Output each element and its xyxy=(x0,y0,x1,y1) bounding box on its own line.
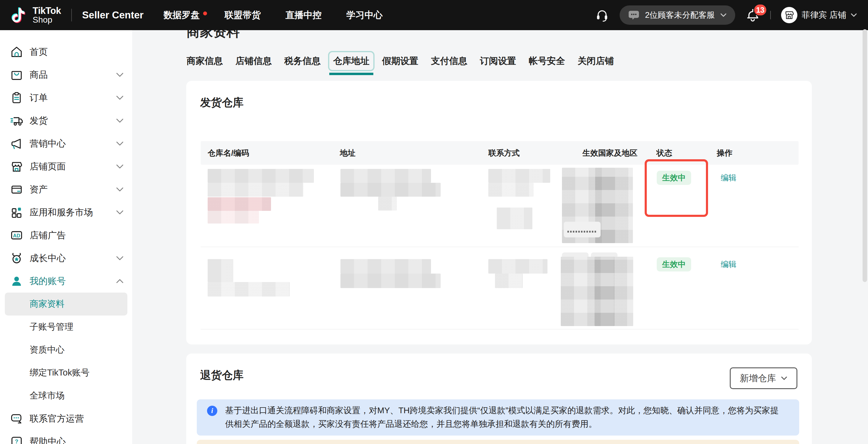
notification-dot xyxy=(203,11,207,15)
tab-tax-info[interactable]: 税务信息 xyxy=(284,55,320,67)
sidebar-item-shop-ads[interactable]: AD 店铺广告 xyxy=(0,224,132,247)
sidebar-item-orders[interactable]: 订单 xyxy=(0,86,132,109)
storefront-icon xyxy=(10,160,24,173)
header-right: 2位顾客未分配客服 13 xyxy=(595,5,857,25)
vertical-scrollbar[interactable] xyxy=(863,29,867,282)
chevron-down-icon xyxy=(116,141,124,146)
header-nav: 数据罗盘 联盟带货 直播中控 学习中心 xyxy=(163,9,383,22)
col-header-status: 状态 xyxy=(656,148,717,158)
warning-banner-partial xyxy=(197,440,799,444)
tab-shop-info[interactable]: 店铺信息 xyxy=(236,55,272,67)
tab-account-security[interactable]: 帐号安全 xyxy=(529,55,565,67)
censored-text xyxy=(208,211,259,223)
status-badge: 生效中 xyxy=(657,171,691,185)
tiktok-shop-logo[interactable]: TikTok Shop xyxy=(11,5,61,25)
person-icon xyxy=(10,274,24,288)
order-clipboard-icon xyxy=(10,91,24,105)
app-root: TikTok Shop Seller Center 数据罗盘 联盟带货 直播中控… xyxy=(0,0,868,444)
nav-learning-center[interactable]: 学习中心 xyxy=(346,9,383,22)
profile-tabs: 商家信息 店铺信息 税务信息 仓库地址 假期设置 支付信息 订阅设置 帐号安全 … xyxy=(187,55,614,67)
chevron-down-icon xyxy=(116,187,124,192)
status-badge: 生效中 xyxy=(657,257,691,272)
table-row: 生效中 编辑 xyxy=(201,247,799,329)
col-header-contact: 联系方式 xyxy=(488,148,583,158)
logo-wordmark: TikTok Shop xyxy=(33,6,61,24)
sidebar-item-my-account[interactable]: 我的账号 xyxy=(0,269,132,293)
censored-text xyxy=(208,259,233,282)
tab-subscription-settings[interactable]: 订阅设置 xyxy=(480,55,516,67)
support-headset-icon[interactable] xyxy=(595,7,609,23)
censored-text xyxy=(497,208,532,229)
sidebar-subitem-link-tiktok-account[interactable]: 绑定TikTok账号 xyxy=(0,361,132,384)
chevron-down-icon xyxy=(116,256,124,261)
sidebar-item-growth-center[interactable]: 成长中心 xyxy=(0,247,132,269)
sidebar-item-products[interactable]: 商品 xyxy=(0,63,132,86)
contact-chat-icon xyxy=(10,412,24,425)
warehouse-table-header: 仓库名/编码 地址 联系方式 生效国家及地区 状态 操作 xyxy=(201,141,799,165)
tab-holiday-settings[interactable]: 假期设置 xyxy=(382,55,418,67)
censored-text xyxy=(340,169,431,183)
chat-bubble-icon xyxy=(628,10,640,21)
sidebar-item-shop-pages[interactable]: 店铺页面 xyxy=(0,155,132,178)
chevron-down-icon xyxy=(850,13,857,17)
product-name: Seller Center xyxy=(82,9,144,21)
edit-link[interactable]: 编辑 xyxy=(721,172,736,183)
sidebar-item-app-market[interactable]: 应用和服务市场 xyxy=(0,201,132,224)
sidebar-subitem-qualification-center[interactable]: 资质中心 xyxy=(0,339,132,361)
sidebar-item-assets[interactable]: 资产 xyxy=(0,178,132,201)
add-warehouse-button[interactable]: 新增仓库 xyxy=(730,368,797,389)
col-header-effective-regions: 生效国家及地区 xyxy=(583,148,656,158)
svg-text:AD: AD xyxy=(13,233,20,238)
svg-text:?: ? xyxy=(15,438,18,444)
nav-affiliate[interactable]: 联盟带货 xyxy=(224,9,261,22)
censored-text xyxy=(488,259,548,274)
tab-close-shop[interactable]: 关闭店铺 xyxy=(578,55,614,67)
tab-warehouse-address[interactable]: 仓库地址 xyxy=(329,52,373,70)
censored-text xyxy=(495,274,523,288)
nav-live-center[interactable]: 直播中控 xyxy=(285,9,322,22)
tab-payment-info[interactable]: 支付信息 xyxy=(431,55,467,67)
card-icon xyxy=(10,183,24,196)
censored-text xyxy=(340,274,441,288)
censored-text xyxy=(208,282,290,296)
notifications-bell[interactable]: 13 xyxy=(745,7,760,23)
sidebar-subitem-global-markets[interactable]: 全球市场 xyxy=(0,384,132,407)
return-warehouse-card: 退货仓库 新增仓库 i 基于进出口通关流程障碍和商家设置，对MY、TH跨境卖家我… xyxy=(186,353,812,444)
chevron-down-icon xyxy=(116,72,124,77)
sidebar-nav: 首页 商品 订单 xyxy=(0,30,132,444)
col-header-warehouse-name: 仓库名/编码 xyxy=(201,148,340,158)
sidebar-subitem-subaccounts[interactable]: 子账号管理 xyxy=(0,316,132,339)
censored-text xyxy=(340,259,431,274)
censored-text xyxy=(208,183,303,197)
store-switcher[interactable]: 菲律宾 店铺 xyxy=(781,7,857,23)
chevron-down-icon xyxy=(720,13,727,17)
sidebar-item-help-center[interactable]: ? 帮助中心 xyxy=(0,430,132,444)
ad-badge-icon: AD xyxy=(10,228,24,242)
sidebar-item-home[interactable]: 首页 xyxy=(0,40,132,63)
home-icon xyxy=(10,45,24,59)
chevron-down-icon xyxy=(116,210,124,215)
col-header-address: 地址 xyxy=(340,148,488,158)
tab-merchant-info[interactable]: 商家信息 xyxy=(187,55,223,67)
censored-region-list xyxy=(595,257,615,326)
censored-text xyxy=(488,169,550,183)
sidebar-subitem-merchant-profile[interactable]: 商家资料 xyxy=(5,293,127,316)
censored-tiny-text xyxy=(567,231,597,232)
chevron-down-icon xyxy=(781,376,787,380)
customer-service-pill[interactable]: 2位顾客未分配客服 xyxy=(620,5,735,25)
sidebar-item-shipping[interactable]: 发货 xyxy=(0,109,132,132)
notice-text: 基于进出口通关流程障碍和商家设置，对MY、TH跨境卖家我们提供“仅退款”模式以满… xyxy=(225,404,786,431)
col-header-actions: 操作 xyxy=(717,148,799,158)
chevron-down-icon xyxy=(116,118,124,123)
notification-count-badge: 13 xyxy=(753,4,767,16)
censored-text xyxy=(340,183,441,197)
nav-data-compass[interactable]: 数据罗盘 xyxy=(163,9,200,22)
sidebar-item-contact-official[interactable]: 联系官方运营 xyxy=(0,407,132,430)
megaphone-icon xyxy=(10,137,24,151)
sidebar-item-marketing[interactable]: 营销中心 xyxy=(0,132,132,155)
store-avatar xyxy=(781,7,797,23)
apps-grid-icon xyxy=(10,205,24,219)
edit-link[interactable]: 编辑 xyxy=(721,259,736,269)
customer-service-label: 2位顾客未分配客服 xyxy=(645,10,715,21)
warehouse-table: 仓库名/编码 地址 联系方式 生效国家及地区 状态 操作 xyxy=(201,141,799,329)
